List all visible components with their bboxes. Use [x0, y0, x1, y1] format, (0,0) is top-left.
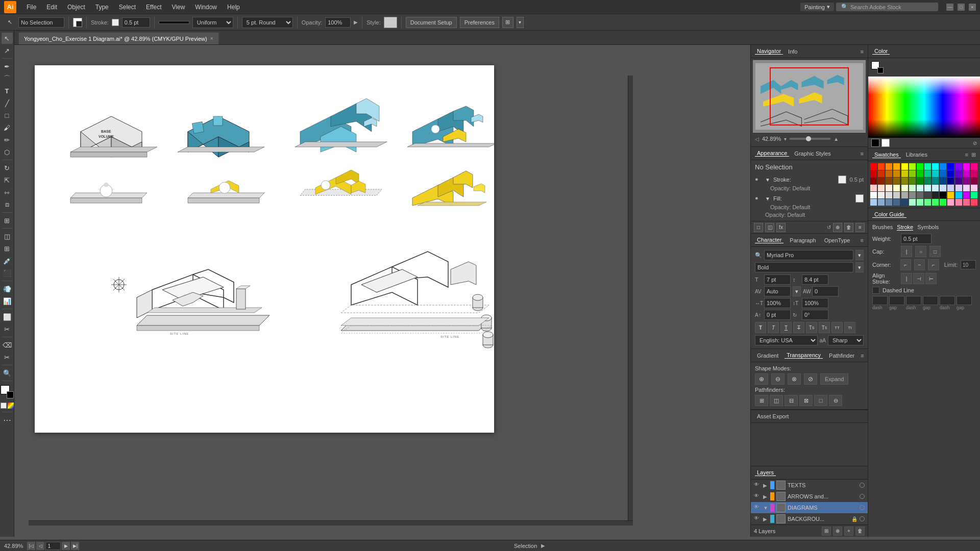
selection-tool[interactable]: ↖	[2, 33, 13, 44]
swatch-cell-21[interactable]	[924, 170, 931, 177]
stroke-expand-icon[interactable]: ▼	[765, 177, 770, 183]
free-transform-tool[interactable]: ⧈	[2, 199, 13, 210]
layer-target-arrows[interactable]	[860, 494, 865, 499]
font-size-input[interactable]	[764, 274, 791, 285]
swatch-cell-57[interactable]	[878, 192, 885, 198]
rectangle-tool[interactable]: □	[2, 110, 13, 121]
swatch-cell-62[interactable]	[917, 192, 923, 198]
clear-appearance-icon[interactable]: ↺	[827, 224, 831, 230]
swatch-cell-75[interactable]	[909, 199, 916, 206]
tt-smallcaps-button[interactable]: Tt	[844, 322, 855, 333]
minus-front-button[interactable]: ⊖	[771, 373, 785, 385]
maximize-button[interactable]: □	[958, 4, 965, 11]
swatch-cell-48[interactable]	[917, 185, 923, 191]
swatch-cell-9[interactable]	[940, 163, 946, 170]
align-inside-button[interactable]: ⊣	[913, 273, 924, 284]
swatch-cell-5[interactable]	[909, 163, 916, 170]
layer-expand-texts[interactable]: ▶	[763, 483, 768, 488]
swatch-cell-68[interactable]	[963, 192, 970, 198]
swatch-cell-39[interactable]	[955, 178, 962, 184]
menu-help[interactable]: Help	[223, 2, 244, 12]
menu-object[interactable]: Object	[63, 2, 89, 12]
none-color-icon[interactable]: ⊘	[973, 140, 977, 146]
swatch-cell-6[interactable]	[917, 163, 923, 170]
dash3-input[interactable]	[940, 296, 955, 305]
curvature-tool[interactable]: ⌒	[2, 73, 13, 84]
close-button[interactable]: ×	[969, 4, 976, 11]
sharpness-select[interactable]: Sharp	[828, 335, 864, 345]
tab-character[interactable]: Character	[755, 237, 783, 243]
prev-button[interactable]: ◁	[36, 542, 44, 550]
pathfinder-collapse-button[interactable]: ≡	[861, 353, 864, 359]
document-setup-button[interactable]: Document Setup	[406, 17, 457, 28]
tab-paragraph[interactable]: Paragraph	[788, 237, 818, 243]
tab-info[interactable]: Info	[786, 48, 799, 55]
swatch-cell-56[interactable]	[870, 192, 877, 198]
artboard-view-icon[interactable]: ▶	[541, 543, 545, 548]
swatch-cell-3[interactable]	[893, 163, 900, 170]
unite-button[interactable]: ⊕	[755, 373, 768, 385]
swatch-cell-40[interactable]	[963, 178, 970, 184]
bevel-join-button[interactable]: ⌐	[928, 259, 939, 270]
language-select[interactable]: English: USA	[755, 335, 818, 345]
swatch-cell-45[interactable]	[893, 185, 900, 191]
swatch-cell-30[interactable]	[886, 178, 892, 184]
menu-view[interactable]: View	[168, 2, 189, 12]
intersect-button[interactable]: ⊗	[788, 373, 801, 385]
swatch-cell-7[interactable]	[924, 163, 931, 170]
navigator-thumbnail[interactable]	[753, 60, 866, 133]
rotate-tool[interactable]: ↻	[2, 162, 13, 173]
stroke-visibility-icon[interactable]: ●	[755, 176, 762, 183]
swatch-cell-73[interactable]	[893, 199, 900, 206]
tab-pathfinder[interactable]: Pathfinder	[827, 353, 856, 359]
swatch-cell-74[interactable]	[901, 199, 908, 206]
layer-eye-diagrams[interactable]: 👁	[754, 504, 761, 511]
style-swatch[interactable]	[384, 17, 397, 28]
next-page-button[interactable]: ▶|	[71, 542, 79, 550]
menu-effect[interactable]: Effect	[142, 2, 165, 12]
artboard-tool[interactable]: ⬜	[2, 311, 13, 322]
swatch-cell-36[interactable]	[932, 178, 939, 184]
swatch-cell-28[interactable]	[870, 178, 877, 184]
tt-strikethrough-button[interactable]: T	[793, 322, 804, 333]
scissors-tool[interactable]: ✂	[2, 352, 13, 363]
tab-gradient[interactable]: Gradient	[755, 353, 780, 359]
eraser-tool[interactable]: ⌫	[2, 339, 13, 350]
trim-button[interactable]: ◫	[770, 395, 783, 406]
swatch-cell-63[interactable]	[924, 192, 931, 198]
v-scale-input[interactable]	[802, 298, 828, 308]
swatch-cell-58[interactable]	[886, 192, 892, 198]
layer-expand-diagrams[interactable]: ▼	[763, 505, 768, 511]
appearance-menu-button[interactable]: ≡	[855, 223, 865, 232]
align-dropdown[interactable]: ▾	[517, 17, 524, 28]
gap3-input[interactable]	[957, 296, 972, 305]
page-number-input[interactable]	[45, 542, 61, 550]
font-name-dropdown[interactable]: ▾	[855, 250, 864, 260]
line-tool[interactable]: ╱	[2, 97, 13, 109]
appearance-effect-button[interactable]: fx	[776, 223, 786, 232]
blend-tool[interactable]: ⬛	[2, 267, 13, 279]
swatch-cell-29[interactable]	[878, 178, 885, 184]
preferences-button[interactable]: Preferences	[460, 17, 499, 28]
swatch-cell-26[interactable]	[963, 170, 970, 177]
dash2-input[interactable]	[906, 296, 921, 305]
swatch-cell-52[interactable]	[947, 185, 954, 191]
swatch-cell-11[interactable]	[955, 163, 962, 170]
limit-input[interactable]	[961, 260, 976, 269]
swatch-cell-43[interactable]	[878, 185, 885, 191]
swatch-cell-59[interactable]	[893, 192, 900, 198]
brush-select[interactable]: 5 pt. Round	[242, 17, 293, 28]
next-button[interactable]: ▶	[62, 542, 70, 550]
font-search-icon[interactable]: 🔍	[755, 252, 762, 259]
more-tools[interactable]: ⋯	[2, 414, 13, 425]
swatch-cell-46[interactable]	[901, 185, 908, 191]
gap1-input[interactable]	[889, 296, 904, 305]
appearance-stroke-button[interactable]: ◫	[765, 223, 774, 232]
swatch-cell-17[interactable]	[893, 170, 900, 177]
document-tab[interactable]: Yongyeon_Cho_Exercise 1 Diagram.ai* @ 42…	[18, 32, 219, 44]
scale-tool[interactable]: ⇱	[2, 174, 13, 186]
exclude-button[interactable]: ⊘	[804, 373, 817, 385]
layer-expand-background[interactable]: ▶	[763, 516, 768, 522]
fill-color-swatch[interactable]	[855, 194, 864, 203]
weight-input[interactable]	[901, 234, 932, 244]
